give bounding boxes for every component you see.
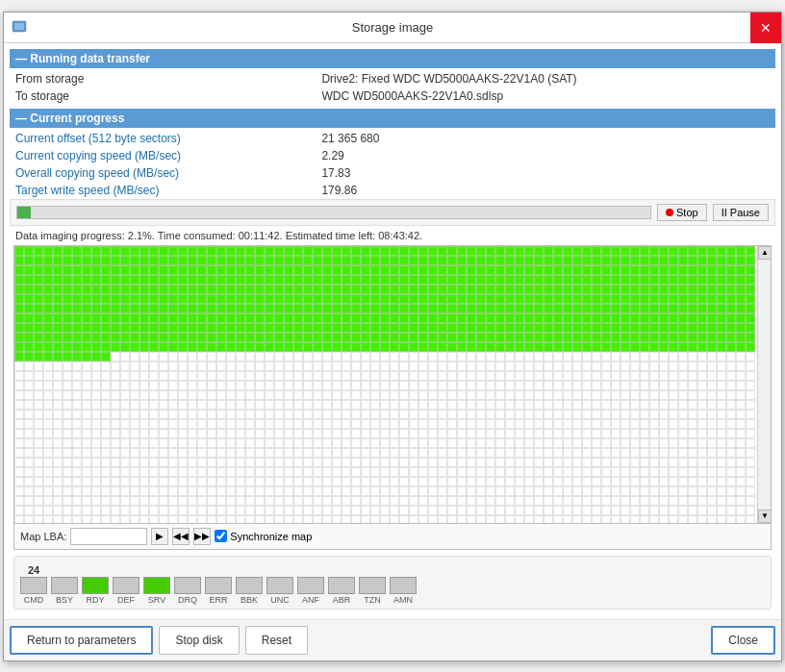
map-cell bbox=[678, 486, 688, 496]
map-play-button[interactable]: ▶ bbox=[151, 528, 168, 545]
map-scrollbar[interactable]: ▲ ▼ bbox=[757, 246, 771, 523]
map-cell bbox=[380, 371, 390, 381]
map-cell bbox=[399, 294, 409, 304]
map-cell bbox=[274, 448, 284, 458]
legend-item: AMN bbox=[390, 560, 417, 605]
map-cell bbox=[457, 265, 467, 275]
map-cell bbox=[505, 496, 515, 506]
map-cell bbox=[467, 323, 476, 333]
map-cell bbox=[361, 294, 370, 304]
map-cell bbox=[428, 419, 438, 429]
map-cell bbox=[418, 256, 428, 265]
stop-disk-button[interactable]: Stop disk bbox=[159, 626, 239, 655]
map-cell bbox=[495, 477, 505, 486]
map-cell bbox=[409, 361, 418, 371]
map-cell bbox=[467, 342, 476, 352]
map-cell bbox=[293, 429, 303, 438]
map-cell bbox=[120, 294, 130, 304]
map-cell bbox=[91, 410, 101, 419]
map-cell bbox=[534, 342, 544, 352]
map-cell bbox=[91, 400, 101, 410]
map-cell bbox=[342, 486, 351, 496]
map-cell bbox=[72, 381, 82, 390]
map-cell bbox=[553, 496, 563, 506]
map-cell bbox=[717, 390, 726, 400]
map-cell bbox=[342, 458, 351, 467]
map-cell bbox=[245, 371, 255, 381]
map-cell bbox=[322, 410, 332, 419]
map-lba-input[interactable] bbox=[70, 528, 147, 545]
map-cell bbox=[678, 256, 688, 265]
map-cell bbox=[168, 304, 178, 313]
map-cell bbox=[592, 381, 601, 390]
map-cell bbox=[544, 275, 553, 285]
map-cell bbox=[111, 419, 120, 429]
map-cell bbox=[697, 496, 707, 506]
map-cell bbox=[736, 333, 746, 342]
pause-button[interactable]: II Pause bbox=[713, 204, 769, 221]
scroll-down-button[interactable]: ▼ bbox=[758, 510, 772, 523]
map-cell bbox=[746, 246, 755, 256]
map-cell bbox=[91, 294, 101, 304]
map-cell bbox=[717, 361, 726, 371]
map-rewind-button[interactable]: ◀◀ bbox=[172, 528, 190, 545]
map-cell bbox=[226, 400, 236, 410]
map-cell bbox=[669, 265, 678, 275]
map-cell bbox=[351, 496, 361, 506]
map-cell bbox=[274, 458, 284, 467]
map-cell bbox=[24, 390, 34, 400]
map-cell bbox=[101, 496, 111, 506]
map-cell bbox=[245, 438, 255, 448]
map-cell bbox=[476, 458, 486, 467]
map-cell bbox=[736, 313, 746, 323]
map-cell bbox=[620, 265, 630, 275]
map-cell bbox=[313, 342, 322, 352]
close-icon[interactable]: ✕ bbox=[750, 12, 781, 43]
map-cell bbox=[24, 294, 34, 304]
map-cell bbox=[428, 246, 438, 256]
map-cell bbox=[43, 313, 53, 323]
stop-button[interactable]: Stop bbox=[657, 204, 707, 221]
map-cell bbox=[697, 256, 707, 265]
map-cell bbox=[428, 275, 438, 285]
map-cell bbox=[226, 496, 236, 506]
map-cell bbox=[659, 304, 669, 313]
map-cell bbox=[322, 496, 332, 506]
reset-button[interactable]: Reset bbox=[245, 626, 308, 655]
progress-bar-container: Stop II Pause bbox=[10, 199, 775, 226]
progress-row-0: Current offset (512 byte sectors) 21 365… bbox=[10, 130, 775, 147]
map-cell bbox=[255, 285, 265, 294]
map-cell bbox=[159, 246, 168, 256]
map-cell bbox=[553, 323, 563, 333]
map-cell bbox=[332, 265, 342, 275]
map-forward-button[interactable]: ▶▶ bbox=[193, 528, 211, 545]
sync-checkbox[interactable] bbox=[215, 530, 227, 542]
map-cell bbox=[380, 352, 390, 361]
map-cell bbox=[111, 458, 120, 467]
close-button[interactable]: Close bbox=[711, 626, 775, 655]
map-sync-container: Synchronize map bbox=[215, 530, 312, 542]
map-cell bbox=[303, 275, 313, 285]
map-cell bbox=[476, 400, 486, 410]
map-cell bbox=[24, 342, 34, 352]
map-cell bbox=[236, 458, 245, 467]
map-cell bbox=[447, 246, 457, 256]
map-cell bbox=[678, 265, 688, 275]
map-cell bbox=[82, 458, 91, 467]
map-cell bbox=[24, 256, 34, 265]
map-cell bbox=[43, 294, 53, 304]
map-cell bbox=[611, 361, 620, 371]
map-cell bbox=[303, 323, 313, 333]
map-cell bbox=[515, 275, 524, 285]
map-cell bbox=[14, 381, 24, 390]
map-cell bbox=[390, 323, 399, 333]
map-cell bbox=[342, 390, 351, 400]
map-cell bbox=[467, 410, 476, 419]
map-cell bbox=[284, 419, 293, 429]
map-cell bbox=[370, 371, 380, 381]
map-cell bbox=[72, 496, 82, 506]
return-to-parameters-button[interactable]: Return to parameters bbox=[10, 626, 153, 655]
scroll-up-button[interactable]: ▲ bbox=[758, 246, 772, 260]
map-cell bbox=[678, 515, 688, 523]
map-cell bbox=[342, 352, 351, 361]
